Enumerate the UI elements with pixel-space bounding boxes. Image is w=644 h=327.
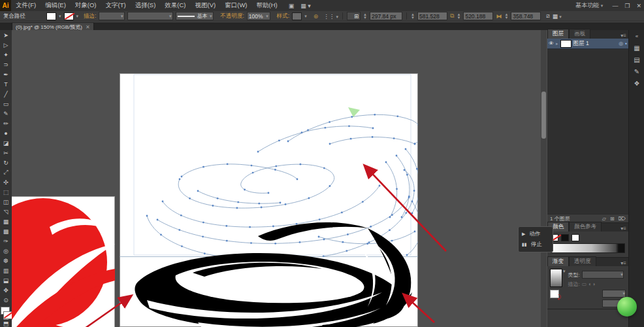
anchor-point[interactable]	[308, 198, 310, 199]
anchor-point[interactable]	[350, 138, 352, 140]
mini-row-label[interactable]: 停止	[531, 241, 542, 249]
anchor-point[interactable]	[393, 137, 395, 139]
anchor-point[interactable]	[408, 196, 410, 198]
perspective-grid-tool[interactable]: ◹	[0, 207, 12, 216]
symbol-sprayer-tool[interactable]: ❆	[0, 256, 12, 266]
h-field[interactable]: 358.748	[511, 12, 541, 20]
restore-button[interactable]: ❐	[624, 3, 630, 9]
canvas-scrollbar-track[interactable]	[541, 30, 547, 327]
minimize-button[interactable]: —	[612, 3, 618, 9]
anchor-point[interactable]	[236, 207, 238, 209]
menu-object[interactable]: 对象(O)	[71, 1, 101, 10]
anchor-point[interactable]	[389, 216, 391, 218]
anchor-point[interactable]	[396, 155, 398, 157]
white-swatch[interactable]	[572, 234, 579, 241]
rectangle-tool[interactable]: ▭	[0, 99, 12, 109]
brushes-panel-icon[interactable]: ✎	[634, 65, 639, 77]
arrange-documents-icon[interactable]: ▦ ▾	[300, 3, 311, 9]
recolor-artwork-icon[interactable]: ⊛	[314, 13, 319, 20]
anchor-point[interactable]	[244, 189, 246, 191]
anchor-point[interactable]	[374, 114, 376, 116]
anchor-point[interactable]	[411, 213, 413, 215]
rotate-tool[interactable]: ↻	[0, 158, 12, 167]
anchor-point[interactable]	[405, 212, 407, 214]
fill-swatch[interactable]	[46, 12, 56, 20]
anchor-point[interactable]	[372, 128, 374, 129]
layer-thumbnail[interactable]	[560, 40, 572, 48]
stroke-proxy[interactable]	[3, 311, 12, 319]
anchor-point[interactable]	[297, 179, 298, 181]
scissors-tool[interactable]: ✂	[0, 148, 12, 158]
x-field[interactable]: 297.84 px	[370, 12, 402, 20]
anchor-point[interactable]	[275, 165, 277, 167]
panel-menu-icon[interactable]: ▾≡	[620, 33, 628, 39]
menu-select[interactable]: 选择(S)	[131, 1, 161, 10]
expand-arrow-icon[interactable]: ▸	[556, 41, 558, 46]
color-panel-icon[interactable]: ▦	[634, 42, 639, 54]
anchor-point[interactable]	[411, 201, 413, 203]
collapse-dock-icon[interactable]: «	[636, 30, 638, 42]
anchor-point[interactable]	[179, 179, 181, 181]
anchor-point[interactable]	[280, 202, 282, 204]
eraser-tool[interactable]: ◪	[0, 138, 12, 148]
anchor-point[interactable]	[300, 164, 302, 165]
link-dimensions-icon[interactable]: ⧓	[496, 13, 502, 20]
magic-wand-tool[interactable]: ✦	[0, 50, 12, 60]
anchor-point[interactable]	[325, 127, 327, 129]
brush-definition-combo[interactable]: ▾	[127, 12, 173, 20]
anchor-point[interactable]	[181, 176, 183, 178]
anchor-point[interactable]	[413, 190, 415, 192]
black-logo-artwork[interactable]	[120, 219, 418, 327]
line-segment-tool[interactable]: ╱	[0, 89, 12, 99]
blend-tool[interactable]: ◎	[0, 246, 12, 256]
y-field[interactable]: 581.528	[417, 12, 447, 20]
mini-row-label[interactable]: 动作	[529, 230, 540, 238]
anchor-point[interactable]	[323, 167, 325, 169]
grayscale-ramp[interactable]	[551, 243, 625, 253]
anchor-point[interactable]	[189, 198, 191, 199]
layer-name[interactable]: 图层 1	[573, 40, 589, 48]
anchor-point[interactable]	[329, 143, 331, 145]
stroke-link[interactable]: 描边:	[84, 12, 96, 20]
symbols-panel-icon[interactable]: ❖	[634, 77, 639, 89]
anchor-point[interactable]	[257, 151, 259, 153]
reverse-gradient-icon[interactable]	[550, 290, 559, 298]
fill-stroke-proxy[interactable]	[0, 307, 12, 309]
width-profile-combo[interactable]: 基本▾	[176, 12, 214, 20]
go-to-bridge-icon[interactable]: ▣	[289, 3, 295, 9]
anchor-point[interactable]	[391, 214, 393, 216]
anchor-point[interactable]	[405, 148, 407, 150]
workspace-switcher[interactable]: 基本功能 ▾	[575, 1, 603, 10]
menu-help[interactable]: 帮助(H)	[252, 1, 282, 10]
anchor-point[interactable]	[379, 185, 381, 187]
tab-gradient[interactable]: 渐变	[547, 256, 569, 266]
anchor-point[interactable]	[416, 168, 418, 170]
menu-view[interactable]: 视图(V)	[191, 1, 221, 10]
eyedropper-tool[interactable]: ✑	[0, 236, 12, 246]
anchor-point[interactable]	[329, 121, 330, 123]
anchor-point[interactable]	[348, 125, 350, 127]
anchor-point[interactable]	[385, 162, 387, 164]
anchor-point[interactable]	[396, 188, 398, 190]
constrain-icon[interactable]: ⧉	[450, 12, 454, 20]
selection-tool[interactable]: ➤	[0, 30, 12, 40]
menu-edit[interactable]: 编辑(E)	[40, 1, 71, 10]
anchor-point[interactable]	[278, 140, 280, 142]
style-swatch[interactable]	[292, 12, 302, 20]
gradient-angle-field[interactable]: ▾	[602, 290, 626, 298]
gradient-swatch[interactable]	[550, 269, 562, 287]
anchor-point[interactable]	[301, 131, 303, 133]
anchor-point[interactable]	[401, 216, 403, 218]
lasso-tool[interactable]: ⊃	[0, 60, 12, 69]
canvas-scrollbar-handle[interactable]	[541, 92, 546, 139]
stop-icon[interactable]: ▮▮	[522, 242, 527, 247]
anchor-point[interactable]	[351, 116, 353, 118]
anchor-point[interactable]	[414, 143, 416, 145]
pencil-tool[interactable]: ✏	[0, 118, 12, 128]
w-field[interactable]: 520.188	[463, 12, 493, 20]
tab-artboards[interactable]: 画板	[569, 29, 590, 39]
free-transform-tool[interactable]: ⬚	[0, 187, 12, 197]
artboard-left[interactable]	[12, 196, 115, 327]
width-tool[interactable]: ✣	[0, 177, 12, 187]
transform-reference-icon[interactable]: ⊞	[347, 12, 361, 20]
